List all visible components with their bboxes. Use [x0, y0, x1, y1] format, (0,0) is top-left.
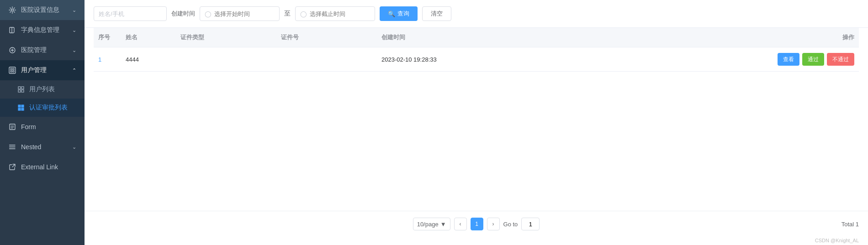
col-header-cert-type: 证件类型 [176, 28, 276, 47]
end-date-input[interactable] [310, 10, 370, 17]
svg-point-17 [9, 146, 10, 147]
chevron-down-icon: ⌄ [72, 27, 76, 33]
svg-rect-14 [21, 108, 24, 110]
total-label: Total 1 [842, 221, 859, 228]
book-icon [8, 26, 16, 34]
create-time-label: 创建时间 [171, 10, 195, 18]
external-link-icon [8, 163, 16, 171]
chevron-up-icon: ⌃ [72, 68, 76, 73]
col-header-cert-no: 证件号 [276, 28, 377, 47]
goto-label: Go to [503, 221, 518, 228]
view-button[interactable]: 查看 [778, 53, 799, 66]
page-size-arrow: ▼ [440, 221, 446, 228]
svg-rect-5 [11, 71, 12, 72]
svg-rect-7 [18, 87, 21, 89]
main-content: 创建时间 ◯ 至 ◯ 🔍 查询 清空 序号 姓名 证件类型 证件号 创建时间 [85, 0, 868, 245]
clear-button[interactable]: 清空 [422, 6, 451, 21]
svg-rect-9 [18, 90, 21, 92]
chevron-down-icon: ⌄ [72, 144, 76, 150]
start-date-input[interactable] [214, 10, 275, 17]
grid-blue-icon [17, 104, 25, 111]
sidebar-item-external-link[interactable]: External Link [0, 157, 85, 177]
sidebar-item-form-label: Form [21, 123, 76, 130]
search-icon: 🔍 [388, 10, 395, 17]
filter-bar: 创建时间 ◯ 至 ◯ 🔍 查询 清空 [85, 0, 868, 28]
list-icon [8, 143, 16, 151]
col-header-action: 操作 [468, 28, 859, 47]
sidebar-item-hospital-management-label: 医院管理 [21, 46, 68, 54]
table-header-row: 序号 姓名 证件类型 证件号 创建时间 操作 [94, 28, 859, 47]
end-date-wrap: ◯ [295, 6, 375, 21]
cell-name: 4444 [121, 47, 176, 72]
svg-rect-2 [9, 67, 16, 73]
start-date-wrap: ◯ [200, 6, 280, 21]
sidebar-item-nested[interactable]: Nested ⌄ [0, 137, 85, 157]
sidebar-item-form[interactable]: Form [0, 117, 85, 137]
sidebar-item-user-management[interactable]: 用户管理 ⌃ [0, 60, 85, 80]
page-size-label: 10/page [417, 221, 439, 228]
svg-rect-13 [18, 108, 21, 110]
pagination-bar: 10/page ▼ ‹ 1 › Go to Total 1 [85, 211, 868, 237]
sidebar-sub-item-cert-approval[interactable]: 认证审批列表 [0, 99, 85, 117]
users-icon [8, 66, 16, 74]
clock-icon: ◯ [205, 10, 212, 17]
form-icon [8, 123, 16, 131]
sidebar-item-dictionary-management[interactable]: 字典信息管理 ⌄ [0, 20, 85, 40]
chevron-down-icon: ⌄ [72, 7, 76, 13]
cell-action: 查看 通过 不通过 [468, 47, 859, 72]
col-header-create-time: 创建时间 [377, 28, 468, 47]
svg-rect-4 [13, 68, 14, 70]
page-size-select[interactable]: 10/page ▼ [413, 218, 450, 230]
svg-rect-3 [11, 68, 12, 70]
chevron-down-icon: ⌄ [72, 47, 76, 53]
cell-cert-type [176, 47, 276, 72]
sidebar-item-hospital-management[interactable]: 医院管理 ⌄ [0, 40, 85, 60]
sidebar-sub-item-cert-approval-label: 认证审批列表 [29, 104, 68, 112]
sidebar-item-dictionary-management-label: 字典信息管理 [21, 26, 68, 34]
svg-point-16 [9, 145, 10, 146]
query-button-label: 查询 [397, 10, 409, 18]
svg-rect-6 [13, 71, 14, 72]
data-table: 序号 姓名 证件类型 证件号 创建时间 操作 1 4444 2023-02-10… [94, 28, 859, 72]
sidebar: 医院设置信息 ⌄ 字典信息管理 ⌄ 医院管理 ⌄ [0, 0, 85, 245]
reject-button[interactable]: 不通过 [827, 53, 854, 66]
sidebar-sub-item-user-list[interactable]: 用户列表 [0, 80, 85, 99]
page-1-button[interactable]: 1 [471, 218, 483, 230]
svg-point-18 [9, 148, 10, 149]
prev-page-button[interactable]: ‹ [454, 218, 467, 230]
footer-note: CSDN @Knight_AL [85, 237, 868, 245]
sidebar-item-external-link-label: External Link [21, 163, 76, 171]
table-wrap: 序号 姓名 证件类型 证件号 创建时间 操作 1 4444 2023-02-10… [85, 28, 868, 211]
svg-rect-8 [21, 87, 24, 89]
query-button[interactable]: 🔍 查询 [380, 6, 418, 21]
sidebar-item-user-management-label: 用户管理 [21, 66, 68, 74]
approve-button[interactable]: 通过 [802, 53, 824, 66]
svg-point-0 [11, 9, 14, 11]
date-separator: 至 [284, 10, 291, 18]
next-page-button[interactable]: › [487, 218, 500, 230]
sidebar-item-hospital-settings-label: 医院设置信息 [21, 6, 68, 14]
svg-rect-11 [18, 105, 21, 107]
svg-rect-12 [21, 105, 24, 107]
sidebar-item-hospital-settings[interactable]: 医院设置信息 ⌄ [0, 0, 85, 20]
table-row: 1 4444 2023-02-10 19:28:33 查看 通过 不通过 [94, 47, 859, 72]
goto-input[interactable] [521, 218, 540, 230]
cell-cert-no [276, 47, 377, 72]
sidebar-item-nested-label: Nested [21, 143, 68, 151]
grid-icon [17, 86, 25, 93]
svg-rect-10 [21, 90, 24, 92]
cell-seq: 1 [94, 47, 121, 72]
col-header-name: 姓名 [121, 28, 176, 47]
clock-icon-end: ◯ [300, 10, 307, 17]
cell-create-time: 2023-02-10 19:28:33 [377, 47, 468, 72]
col-header-seq: 序号 [94, 28, 121, 47]
gear-icon [8, 6, 16, 14]
hospital-icon [8, 46, 16, 54]
sidebar-sub-item-user-list-label: 用户列表 [29, 85, 55, 94]
name-phone-input[interactable] [94, 6, 167, 21]
